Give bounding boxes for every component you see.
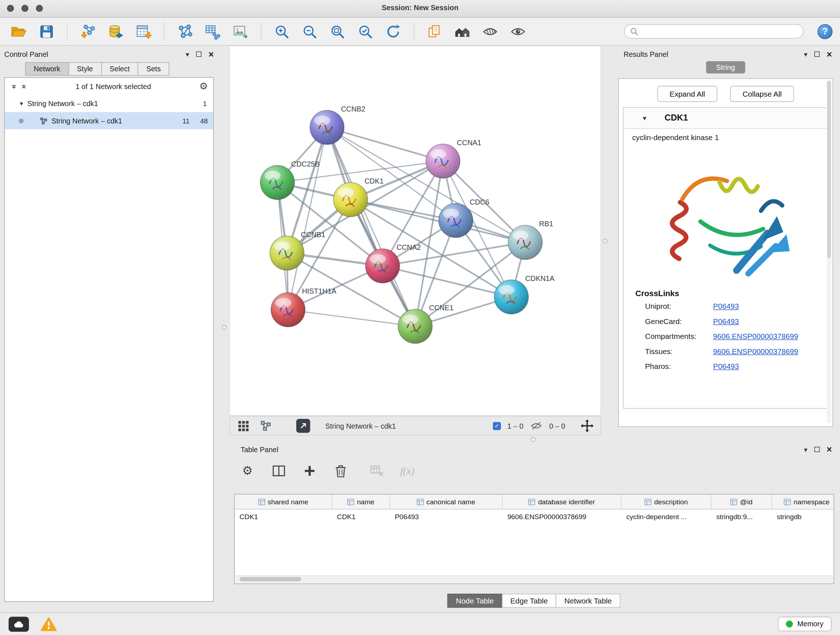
zoom-in-button[interactable] — [271, 21, 293, 42]
collapse-all-button[interactable]: Collapse All — [730, 86, 794, 102]
network-edge[interactable] — [327, 127, 443, 161]
network-node-RB1[interactable]: RB1 — [508, 220, 553, 260]
panel-close-icon[interactable]: × — [827, 50, 832, 59]
memory-button[interactable]: Memory — [778, 617, 832, 631]
panel-float-icon[interactable]: ▾ — [804, 446, 807, 453]
splitter-handle[interactable] — [222, 325, 226, 330]
external-link-arrow-icon — [299, 421, 308, 430]
crosslink-link[interactable]: P06493 — [713, 302, 739, 310]
gene-section: ▾ CDK1 cyclin-dependent kinase 1 Cros — [623, 107, 828, 409]
crosslink-link[interactable]: P06493 — [713, 317, 739, 326]
network-node-CCNB2[interactable]: CCNB2 — [310, 105, 365, 145]
expand-all-button[interactable]: Expand All — [657, 86, 717, 102]
table-horizontal-scrollbar[interactable] — [235, 576, 833, 583]
delete-column-button[interactable] — [333, 463, 349, 478]
expand-all-icon[interactable]: » — [19, 82, 27, 91]
cloud-button[interactable] — [9, 616, 29, 631]
crosslink-row: Uniprot: P06493 — [645, 302, 828, 310]
tab-edge-table[interactable]: Edge Table — [502, 594, 556, 608]
column-header[interactable]: shared name — [235, 494, 332, 509]
splitter-handle[interactable] — [603, 239, 607, 243]
hide-graphics-details-button[interactable] — [479, 21, 501, 42]
crosslink-link[interactable]: P06493 — [713, 362, 739, 371]
apply-layout-button[interactable] — [382, 21, 404, 42]
export-network-button[interactable] — [296, 419, 310, 433]
panel-float-icon[interactable]: ▾ — [186, 51, 189, 57]
create-column-button[interactable] — [302, 463, 317, 478]
column-header[interactable]: canonical name — [390, 494, 502, 509]
crosslink-link[interactable]: 9606.ENSP00000378699 — [713, 332, 798, 340]
gene-section-header[interactable]: ▾ CDK1 — [624, 108, 828, 129]
panel-maximize-icon[interactable] — [814, 51, 820, 57]
section-collapse-icon[interactable]: ▾ — [643, 114, 646, 122]
fit-content-button[interactable] — [579, 418, 595, 434]
network-overview-button[interactable] — [257, 418, 273, 434]
function-builder-button[interactable]: f(x) — [400, 465, 414, 477]
table-row[interactable]: CDK1 CDK1 P06493 9606.ENSP00000378699 cy… — [235, 509, 834, 524]
selected-checkbox-icon[interactable]: ✓ — [493, 422, 501, 430]
import-network-database-button[interactable] — [104, 21, 127, 42]
network-node-CCNA1[interactable]: CCNA1 — [426, 139, 481, 179]
network-canvas[interactable]: CCNB2CCNA1CDC25BCDK1CDC6RB1CCNB1CCNA2CDK… — [229, 46, 601, 416]
import-table-button[interactable] — [133, 21, 155, 42]
tab-select[interactable]: Select — [101, 62, 138, 76]
network-edge[interactable] — [288, 310, 415, 326]
warning-button[interactable] — [41, 617, 57, 631]
collapse-all-icon[interactable]: » — [10, 82, 19, 91]
tab-sets[interactable]: Sets — [138, 62, 169, 76]
delete-table-button-disabled[interactable] — [369, 463, 385, 478]
tab-style[interactable]: Style — [68, 62, 102, 76]
network-node-HIST1H1A[interactable]: HIST1H1A — [271, 287, 337, 327]
network-edge[interactable] — [288, 127, 327, 310]
tab-network[interactable]: Network — [25, 62, 69, 76]
table-settings-gear-icon[interactable]: ⚙ — [240, 463, 256, 478]
import-network-file-button[interactable] — [77, 21, 99, 42]
copy-document-button[interactable] — [423, 21, 446, 42]
column-header[interactable]: namespace — [772, 494, 834, 509]
zoom-out-button[interactable] — [298, 21, 321, 42]
show-welcome-screen-button[interactable] — [451, 21, 474, 42]
show-columns-button[interactable] — [271, 463, 286, 478]
network-edge[interactable] — [351, 200, 525, 242]
column-header[interactable]: @id — [712, 494, 772, 509]
grid-mode-button[interactable] — [235, 418, 251, 434]
panel-maximize-icon[interactable] — [196, 51, 202, 57]
scrollbar-thumb[interactable] — [240, 577, 301, 581]
panel-maximize-icon[interactable] — [814, 447, 820, 452]
panel-float-icon[interactable]: ▾ — [804, 51, 807, 57]
tree-expand-icon[interactable]: ▾ — [20, 100, 27, 108]
node-label: CCNA1 — [457, 139, 482, 147]
network-and-table-button[interactable] — [202, 21, 224, 42]
zoom-fit-button[interactable] — [326, 21, 349, 42]
save-session-button[interactable] — [35, 21, 58, 42]
panel-close-icon[interactable]: × — [208, 50, 214, 59]
tab-node-table[interactable]: Node Table — [447, 594, 502, 608]
global-search-box[interactable] — [624, 24, 804, 39]
crosslink-link[interactable]: 9606.ENSP00000378699 — [713, 347, 798, 356]
help-button[interactable]: ? — [818, 24, 832, 39]
hidden-eye-icon[interactable] — [530, 418, 543, 434]
search-input[interactable] — [642, 27, 798, 36]
refresh-icon — [385, 23, 401, 39]
network-node-CDK1[interactable]: CDK1 — [333, 177, 384, 217]
splitter-handle[interactable] — [531, 437, 536, 442]
column-header[interactable]: name — [332, 494, 390, 509]
zoom-selected-button[interactable] — [354, 21, 377, 42]
network-row[interactable]: String Network – cdk1 11 48 — [5, 112, 213, 129]
show-graphics-details-button[interactable] — [507, 21, 529, 42]
new-network-from-selection-button[interactable] — [174, 21, 196, 42]
panel-close-icon[interactable]: × — [827, 445, 832, 454]
column-header[interactable]: description — [622, 494, 712, 509]
tab-network-table[interactable]: Network Table — [556, 594, 620, 608]
plus-icon — [303, 464, 316, 478]
tab-string[interactable]: String — [706, 61, 745, 73]
column-header[interactable]: database identifier — [502, 494, 622, 509]
network-edge[interactable] — [327, 127, 415, 326]
network-node-CCNB1[interactable]: CCNB1 — [270, 231, 325, 271]
gear-icon[interactable]: ⚙ — [199, 81, 208, 91]
export-image-button[interactable] — [229, 21, 252, 42]
network-collection-row[interactable]: ▾ String Network – cdk1 1 — [5, 95, 213, 112]
results-scrollbar[interactable] — [827, 80, 831, 423]
open-session-button[interactable] — [8, 21, 30, 42]
network-graph[interactable]: CCNB2CCNA1CDC25BCDK1CDC6RB1CCNB1CCNA2CDK… — [230, 46, 600, 415]
